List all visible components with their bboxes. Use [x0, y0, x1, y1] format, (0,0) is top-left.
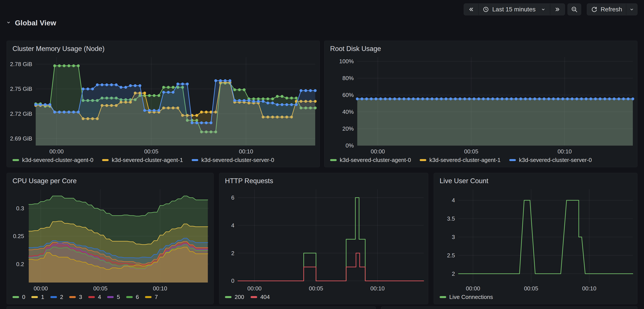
svg-text:2: 2	[231, 250, 234, 257]
legend-swatch	[145, 296, 152, 298]
svg-text:100%: 100%	[339, 58, 354, 64]
chart-http-requests[interactable]: 024600:0000:0500:10	[219, 186, 427, 292]
svg-text:2: 2	[452, 271, 455, 277]
legend-item[interactable]: k3d-severed-cluster-agent-1	[420, 157, 500, 163]
time-picker-group: Last 15 minutes	[464, 3, 565, 15]
legend-item[interactable]: k3d-severed-cluster-agent-0	[12, 157, 93, 163]
legend-swatch	[31, 296, 38, 298]
svg-text:00:00: 00:00	[247, 285, 262, 292]
svg-text:00:05: 00:05	[144, 148, 158, 155]
svg-text:0.2: 0.2	[16, 261, 24, 268]
time-range-button[interactable]: Last 15 minutes	[478, 4, 550, 15]
legend-item[interactable]: Live Connections	[440, 294, 493, 301]
legend-item[interactable]: 2	[50, 294, 63, 301]
panel-cpu-per-core: CPU Usage per Core 0.20.250.300:0000:050…	[6, 173, 214, 304]
legend-item[interactable]: 5	[107, 294, 120, 301]
svg-text:00:10: 00:10	[370, 285, 385, 292]
chart-cpu-per-core[interactable]: 0.20.250.300:0000:0500:10	[7, 186, 212, 292]
legend-label: k3d-severed-cluster-agent-1	[429, 157, 500, 163]
svg-text:2.5: 2.5	[447, 252, 455, 259]
svg-text:00:05: 00:05	[309, 285, 323, 292]
legend-swatch	[107, 296, 114, 298]
refresh-button[interactable]: Refresh	[587, 4, 626, 15]
svg-text:00:10: 00:10	[558, 148, 572, 155]
legend: 01234567	[7, 292, 213, 302]
legend-item[interactable]: 1	[31, 294, 44, 301]
legend-label: 1	[41, 294, 44, 301]
legend-label: 0	[22, 294, 25, 301]
time-shift-forward-button[interactable]	[550, 4, 565, 15]
svg-text:00:05: 00:05	[464, 148, 478, 155]
legend-swatch	[440, 296, 446, 298]
legend-item[interactable]: 6	[126, 294, 139, 301]
svg-text:4: 4	[231, 222, 234, 229]
chevron-down-icon	[540, 6, 546, 12]
row-global-view-toggle[interactable]: Global View	[6, 19, 56, 27]
legend-swatch	[12, 159, 19, 161]
svg-text:0.3: 0.3	[16, 205, 24, 212]
panel-partial-right	[381, 306, 638, 309]
legend-label: 3	[79, 294, 82, 301]
legend-item[interactable]: k3d-severed-cluster-agent-0	[330, 157, 411, 163]
legend-label: k3d-severed-cluster-agent-0	[340, 157, 411, 163]
legend-item[interactable]: 3	[69, 294, 82, 301]
legend-item[interactable]: k3d-severed-cluster-server-0	[509, 157, 592, 163]
svg-text:0.25: 0.25	[13, 233, 24, 239]
dashboard-toolbar: Last 15 minutes Refresh	[464, 3, 638, 15]
panel-title: HTTP Requests	[219, 176, 428, 186]
svg-text:80%: 80%	[342, 75, 354, 81]
legend-label: 2	[60, 294, 63, 301]
svg-text:2.72 GiB: 2.72 GiB	[10, 110, 32, 117]
legend-swatch	[420, 159, 426, 161]
legend-label: k3d-severed-cluster-server-0	[519, 157, 592, 163]
legend-item[interactable]: k3d-severed-cluster-server-0	[192, 157, 274, 163]
svg-text:0: 0	[231, 278, 234, 284]
svg-text:00:10: 00:10	[239, 148, 253, 155]
legend-item[interactable]: k3d-severed-cluster-agent-1	[102, 157, 183, 163]
double-chevron-left-icon	[468, 6, 474, 13]
panel-live-user-count: Live User Count 22.533.5400:0000:0500:10…	[434, 173, 638, 304]
chart-cluster-memory[interactable]: 2.69 GiB2.72 GiB2.75 GiB2.78 GiB00:0000:…	[7, 54, 318, 155]
legend-item[interactable]: 200	[225, 294, 244, 301]
chart-root-disk[interactable]: 0%20%40%60%80%100%00:0000:0500:10	[324, 54, 636, 155]
refresh-label: Refresh	[601, 6, 622, 13]
svg-text:4: 4	[452, 197, 455, 204]
legend: k3d-severed-cluster-agent-0k3d-severed-c…	[7, 155, 320, 165]
clock-icon	[482, 6, 489, 13]
svg-text:00:10: 00:10	[153, 285, 167, 292]
legend-swatch	[50, 296, 57, 298]
legend-label: 6	[136, 294, 139, 301]
legend-swatch	[250, 296, 257, 298]
time-shift-back-button[interactable]	[464, 4, 478, 15]
legend-label: 5	[117, 294, 120, 301]
legend-swatch	[225, 296, 232, 298]
legend-item[interactable]: 404	[250, 294, 270, 301]
dashboard-grid: Cluster Memory Usage (Node) 2.69 GiB2.72…	[6, 41, 638, 309]
legend-swatch	[192, 159, 198, 161]
svg-text:00:00: 00:00	[371, 148, 385, 155]
time-range-label: Last 15 minutes	[492, 6, 536, 13]
legend-label: k3d-severed-cluster-server-0	[201, 157, 274, 163]
svg-text:2.69 GiB: 2.69 GiB	[10, 135, 32, 142]
svg-text:00:10: 00:10	[582, 285, 596, 292]
svg-text:00:00: 00:00	[34, 285, 48, 292]
panel-cluster-memory: Cluster Memory Usage (Node) 2.69 GiB2.72…	[6, 41, 320, 167]
legend-item[interactable]: 4	[88, 294, 101, 301]
chart-live-user-count[interactable]: 22.533.5400:0000:0500:10	[434, 186, 636, 292]
legend: k3d-severed-cluster-agent-0k3d-severed-c…	[324, 155, 637, 165]
legend-item[interactable]: 0	[12, 294, 25, 301]
refresh-interval-dropdown[interactable]	[626, 4, 637, 15]
legend-item[interactable]: 7	[145, 294, 158, 301]
panel-title: Live User Count	[434, 176, 637, 186]
refresh-group: Refresh	[587, 3, 638, 15]
legend-label: Live Connections	[449, 294, 493, 301]
zoom-out-button[interactable]	[568, 4, 581, 15]
panel-root-disk: Root Disk Usage 0%20%40%60%80%100%00:000…	[324, 41, 638, 167]
svg-text:2.78 GiB: 2.78 GiB	[10, 61, 32, 67]
legend-label: k3d-severed-cluster-agent-0	[22, 157, 93, 163]
legend-label: 4	[98, 294, 101, 301]
svg-text:3.5: 3.5	[447, 215, 455, 222]
legend-swatch	[126, 296, 133, 298]
legend-swatch	[69, 296, 76, 298]
legend-label: k3d-severed-cluster-agent-1	[112, 157, 183, 163]
